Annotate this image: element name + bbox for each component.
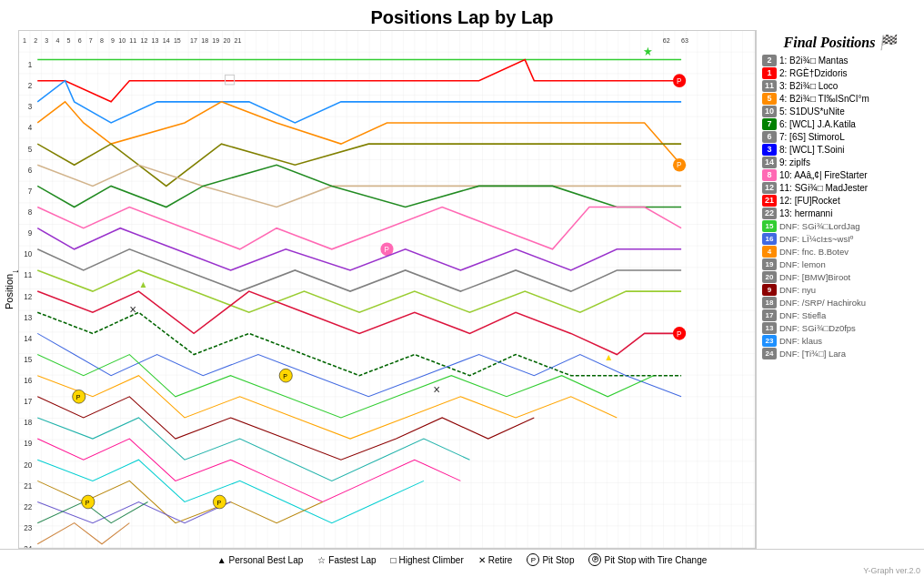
legend-item: 54: B2i¾□ TI‰ISnCI°m [762, 93, 919, 105]
bottom-legend: ▲ Personal Best Lap ☆ Fastest Lap □ High… [0, 549, 924, 570]
highest-climber-label: Highest Climber [399, 555, 464, 565]
svg-text:63: 63 [681, 35, 688, 44]
svg-text:1: 1 [23, 35, 26, 44]
legend-item: 12: RGÈ†Dzidoris [762, 67, 919, 79]
star-icon: ☆ [317, 555, 326, 565]
dnf-legend-item: 9DNF: nyu [762, 284, 919, 296]
svg-text:2: 2 [28, 82, 33, 90]
svg-text:13: 13 [24, 314, 32, 322]
pit-tire-label: Pit Stop with Tire Change [604, 555, 707, 565]
svg-text:12: 12 [140, 35, 147, 44]
svg-text:62: 62 [663, 35, 670, 44]
svg-text:9: 9 [28, 229, 33, 238]
svg-text:2: 2 [34, 35, 37, 44]
dnf-legend-item: 24DNF: [Ti¾□] Lara [762, 348, 919, 359]
retire-icon: ✕ [478, 555, 486, 565]
svg-text:24: 24 [24, 545, 32, 548]
legend-item: 810: AAâ„¢| FireStarter [762, 169, 919, 181]
svg-text:16: 16 [24, 377, 32, 385]
svg-text:P: P [677, 77, 682, 86]
svg-text:8: 8 [28, 208, 33, 217]
svg-text:P: P [216, 499, 221, 507]
retire-label: Retire [488, 555, 513, 565]
legend-item: 1211: SGi¾□ MadJester [762, 182, 919, 194]
svg-text:17: 17 [190, 35, 197, 44]
dnf-legend-item: 19DNF: lemon [762, 258, 919, 270]
svg-text:4: 4 [55, 35, 59, 44]
svg-text:7: 7 [28, 187, 33, 196]
dnf-legend-item: 20DNF: [BMW]Biroot [762, 271, 919, 283]
svg-text:17: 17 [24, 398, 32, 406]
svg-text:12: 12 [24, 292, 32, 300]
svg-text:P: P [85, 499, 90, 507]
svg-text:10: 10 [24, 250, 32, 258]
main-title: Positions Lap by Lap [0, 0, 924, 30]
svg-text:6: 6 [78, 35, 82, 44]
dnf-legend-item: 13DNF: SGi¾□Dz0fps [762, 322, 919, 334]
svg-text:8: 8 [100, 35, 104, 44]
svg-text:7: 7 [89, 35, 93, 44]
svg-text:P: P [677, 329, 682, 338]
legend-item: 2112: [FU]Rocket [762, 195, 919, 207]
svg-text:18: 18 [201, 35, 208, 44]
svg-text:13: 13 [152, 35, 159, 44]
square-icon: □ [391, 555, 397, 565]
svg-text:3: 3 [45, 35, 48, 44]
svg-text:P: P [76, 393, 81, 401]
svg-text:15: 15 [174, 35, 181, 44]
svg-text:▲: ▲ [138, 279, 147, 289]
svg-text:11: 11 [129, 35, 136, 44]
pit-stop-label: Pit Stop [542, 555, 574, 565]
svg-text:P: P [677, 161, 682, 169]
svg-text:✕: ✕ [129, 305, 136, 315]
legend-item: 105: S1DUS*uNite [762, 106, 919, 117]
svg-text:19: 19 [212, 35, 219, 44]
dnf-legend-item: 17DNF: Stiefla [762, 309, 919, 321]
svg-text:★: ★ [643, 46, 653, 58]
svg-text:1: 1 [28, 61, 33, 69]
triangle-icon: ▲ [217, 555, 226, 565]
svg-text:14: 14 [163, 35, 170, 44]
svg-text:14: 14 [24, 335, 32, 343]
personal-best-label: Personal Best Lap [229, 555, 304, 565]
svg-text:6: 6 [28, 167, 33, 175]
legend-item: 113: B2i¾□ Loco [762, 80, 919, 92]
svg-text:▲: ▲ [604, 352, 613, 362]
dnf-legend-item: 4DNF: fnc. B.Botev [762, 246, 919, 258]
svg-text:11: 11 [24, 271, 32, 279]
pit-stop-circle: P [527, 553, 539, 566]
legend-pit-stop: P Pit Stop [527, 553, 574, 566]
dnf-legend-item: 18DNF: /SRP/ Hachiroku [762, 297, 919, 309]
svg-text:21: 21 [24, 482, 32, 491]
svg-text:20: 20 [24, 461, 32, 470]
svg-text:P: P [283, 372, 287, 380]
svg-text:22: 22 [24, 503, 32, 511]
legend-title: Final Positions 🏁 [762, 34, 919, 51]
legend-item: 2213: hermanni [762, 208, 919, 219]
svg-rect-0 [19, 31, 755, 548]
legend-pit-tire: Ⓟ Pit Stop with Tire Change [588, 553, 707, 566]
legend-highest-climber: □ Highest Climber [391, 555, 464, 565]
svg-text:9: 9 [111, 35, 115, 44]
svg-text:5: 5 [67, 35, 71, 44]
dnf-legend-item: 16DNF: LÏ¼cI±s~wsIº [762, 233, 919, 245]
fastest-lap-label: Fastest Lap [328, 555, 376, 565]
svg-text:23: 23 [24, 524, 32, 532]
legend-retire: ✕ Retire [478, 555, 513, 565]
dnf-legend-item: 15DNF: SGi¾□LordJag [762, 220, 919, 232]
svg-text:5: 5 [28, 145, 33, 153]
dnf-legend-item: 23DNF: klaus [762, 335, 919, 347]
svg-text:20: 20 [223, 35, 230, 44]
svg-text:18: 18 [24, 419, 32, 427]
watermark: Y-Graph ver.2.0 [863, 566, 920, 575]
svg-text:✕: ✕ [433, 384, 440, 394]
svg-text:21: 21 [235, 35, 242, 44]
legend-item: 149: ziplfs [762, 157, 919, 168]
legend-item: 38: [WCL] T.Soini [762, 144, 919, 156]
svg-text:4: 4 [28, 124, 33, 132]
legend-fastest-lap: ☆ Fastest Lap [317, 555, 376, 565]
legend-item: 21: B2i¾□ Mantas [762, 55, 919, 66]
svg-text:10: 10 [118, 35, 126, 44]
svg-text:3: 3 [28, 103, 33, 111]
svg-text:19: 19 [24, 440, 32, 448]
